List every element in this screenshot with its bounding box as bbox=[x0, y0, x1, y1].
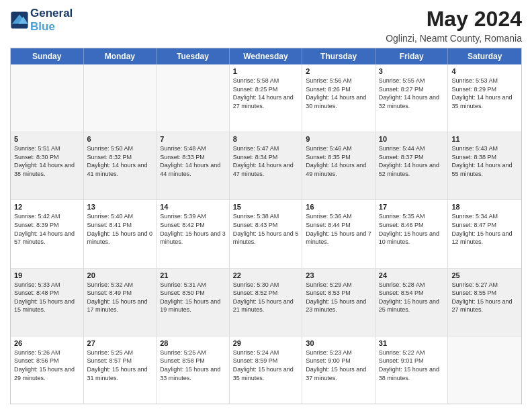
day-number: 24 bbox=[379, 271, 445, 279]
day-info: Sunrise: 5:22 AM Sunset: 9:01 PM Dayligh… bbox=[379, 349, 445, 382]
logo-icon bbox=[10, 11, 29, 30]
day-info: Sunrise: 5:39 AM Sunset: 8:42 PM Dayligh… bbox=[160, 212, 226, 246]
calendar-header: SundayMondayTuesdayWednesdayThursdayFrid… bbox=[11, 48, 521, 64]
day-number: 11 bbox=[451, 135, 518, 143]
weekday-header-thursday: Thursday bbox=[302, 48, 375, 64]
calendar-day-22: 22Sunrise: 5:30 AM Sunset: 8:52 PM Dayli… bbox=[230, 269, 303, 336]
calendar-row: 19Sunrise: 5:33 AM Sunset: 8:48 PM Dayli… bbox=[11, 269, 521, 336]
calendar-empty-cell bbox=[84, 64, 157, 132]
calendar-empty-cell bbox=[157, 64, 230, 132]
calendar-day-4: 4Sunrise: 5:53 AM Sunset: 8:29 PM Daylig… bbox=[448, 64, 521, 132]
day-info: Sunrise: 5:32 AM Sunset: 8:49 PM Dayligh… bbox=[87, 281, 153, 314]
calendar-day-15: 15Sunrise: 5:38 AM Sunset: 8:43 PM Dayli… bbox=[230, 200, 303, 267]
day-info: Sunrise: 5:51 AM Sunset: 8:30 PM Dayligh… bbox=[14, 144, 80, 178]
day-number: 27 bbox=[87, 339, 153, 347]
day-info: Sunrise: 5:26 AM Sunset: 8:56 PM Dayligh… bbox=[14, 349, 80, 382]
day-number: 23 bbox=[306, 271, 371, 279]
calendar-day-13: 13Sunrise: 5:40 AM Sunset: 8:41 PM Dayli… bbox=[84, 200, 157, 267]
day-info: Sunrise: 5:58 AM Sunset: 8:25 PM Dayligh… bbox=[233, 77, 299, 110]
page: General Blue May 2024 Oglinzi, Neamt Cou… bbox=[0, 0, 532, 411]
day-info: Sunrise: 5:33 AM Sunset: 8:48 PM Dayligh… bbox=[14, 281, 80, 314]
day-info: Sunrise: 5:40 AM Sunset: 8:41 PM Dayligh… bbox=[87, 212, 153, 246]
weekday-header-wednesday: Wednesday bbox=[230, 48, 303, 64]
day-number: 22 bbox=[233, 271, 299, 279]
day-number: 21 bbox=[160, 271, 226, 279]
calendar-day-5: 5Sunrise: 5:51 AM Sunset: 8:30 PM Daylig… bbox=[11, 132, 84, 199]
day-number: 3 bbox=[379, 67, 445, 75]
weekday-header-monday: Monday bbox=[84, 48, 157, 64]
day-number: 15 bbox=[233, 203, 299, 211]
main-title: May 2024 bbox=[386, 7, 522, 32]
logo-text: General Blue bbox=[30, 7, 73, 34]
calendar-day-24: 24Sunrise: 5:28 AM Sunset: 8:54 PM Dayli… bbox=[375, 269, 449, 336]
day-info: Sunrise: 5:28 AM Sunset: 8:54 PM Dayligh… bbox=[379, 281, 445, 314]
day-number: 25 bbox=[451, 271, 518, 279]
calendar-empty-cell bbox=[448, 336, 521, 404]
day-number: 28 bbox=[160, 339, 226, 347]
day-info: Sunrise: 5:25 AM Sunset: 8:57 PM Dayligh… bbox=[87, 349, 153, 382]
calendar-day-25: 25Sunrise: 5:27 AM Sunset: 8:55 PM Dayli… bbox=[448, 269, 521, 336]
weekday-header-friday: Friday bbox=[375, 48, 449, 64]
day-info: Sunrise: 5:47 AM Sunset: 8:34 PM Dayligh… bbox=[233, 144, 299, 178]
day-number: 30 bbox=[306, 339, 371, 347]
day-info: Sunrise: 5:36 AM Sunset: 8:44 PM Dayligh… bbox=[306, 212, 371, 246]
calendar-day-28: 28Sunrise: 5:25 AM Sunset: 8:58 PM Dayli… bbox=[157, 336, 230, 404]
weekday-header-saturday: Saturday bbox=[448, 48, 521, 64]
subtitle: Oglinzi, Neamt County, Romania bbox=[386, 33, 522, 44]
calendar-day-26: 26Sunrise: 5:26 AM Sunset: 8:56 PM Dayli… bbox=[11, 336, 84, 404]
day-info: Sunrise: 5:25 AM Sunset: 8:58 PM Dayligh… bbox=[160, 349, 226, 382]
calendar-day-9: 9Sunrise: 5:46 AM Sunset: 8:35 PM Daylig… bbox=[302, 132, 375, 199]
day-info: Sunrise: 5:29 AM Sunset: 8:53 PM Dayligh… bbox=[306, 281, 371, 314]
day-number: 29 bbox=[233, 339, 299, 347]
day-info: Sunrise: 5:55 AM Sunset: 8:27 PM Dayligh… bbox=[379, 77, 445, 110]
day-info: Sunrise: 5:53 AM Sunset: 8:29 PM Dayligh… bbox=[451, 77, 518, 110]
day-number: 18 bbox=[451, 203, 518, 211]
calendar-day-1: 1Sunrise: 5:58 AM Sunset: 8:25 PM Daylig… bbox=[230, 64, 303, 132]
calendar-day-20: 20Sunrise: 5:32 AM Sunset: 8:49 PM Dayli… bbox=[84, 269, 157, 336]
day-info: Sunrise: 5:24 AM Sunset: 8:59 PM Dayligh… bbox=[233, 349, 299, 382]
day-info: Sunrise: 5:44 AM Sunset: 8:37 PM Dayligh… bbox=[379, 144, 445, 178]
calendar-row: 5Sunrise: 5:51 AM Sunset: 8:30 PM Daylig… bbox=[11, 132, 521, 200]
logo: General Blue bbox=[10, 7, 73, 34]
day-number: 12 bbox=[14, 203, 80, 211]
day-info: Sunrise: 5:56 AM Sunset: 8:26 PM Dayligh… bbox=[306, 77, 371, 110]
day-info: Sunrise: 5:27 AM Sunset: 8:55 PM Dayligh… bbox=[451, 281, 518, 314]
calendar-day-27: 27Sunrise: 5:25 AM Sunset: 8:57 PM Dayli… bbox=[84, 336, 157, 404]
calendar-row: 12Sunrise: 5:42 AM Sunset: 8:39 PM Dayli… bbox=[11, 200, 521, 268]
calendar-day-8: 8Sunrise: 5:47 AM Sunset: 8:34 PM Daylig… bbox=[230, 132, 303, 199]
day-number: 20 bbox=[87, 271, 153, 279]
calendar-day-12: 12Sunrise: 5:42 AM Sunset: 8:39 PM Dayli… bbox=[11, 200, 84, 267]
day-number: 4 bbox=[451, 67, 518, 75]
day-info: Sunrise: 5:38 AM Sunset: 8:43 PM Dayligh… bbox=[233, 212, 299, 246]
day-number: 7 bbox=[160, 135, 226, 143]
calendar-day-14: 14Sunrise: 5:39 AM Sunset: 8:42 PM Dayli… bbox=[157, 200, 230, 267]
day-number: 17 bbox=[379, 203, 445, 211]
calendar-day-31: 31Sunrise: 5:22 AM Sunset: 9:01 PM Dayli… bbox=[375, 336, 449, 404]
day-info: Sunrise: 5:31 AM Sunset: 8:50 PM Dayligh… bbox=[160, 281, 226, 314]
title-area: May 2024 Oglinzi, Neamt County, Romania bbox=[386, 7, 522, 44]
calendar-empty-cell bbox=[11, 64, 84, 132]
calendar-day-23: 23Sunrise: 5:29 AM Sunset: 8:53 PM Dayli… bbox=[302, 269, 375, 336]
day-number: 13 bbox=[87, 203, 153, 211]
calendar-day-10: 10Sunrise: 5:44 AM Sunset: 8:37 PM Dayli… bbox=[375, 132, 449, 199]
calendar-day-7: 7Sunrise: 5:48 AM Sunset: 8:33 PM Daylig… bbox=[157, 132, 230, 199]
weekday-header-sunday: Sunday bbox=[11, 48, 84, 64]
calendar: SundayMondayTuesdayWednesdayThursdayFrid… bbox=[10, 48, 522, 404]
day-number: 2 bbox=[306, 67, 371, 75]
calendar-day-11: 11Sunrise: 5:43 AM Sunset: 8:38 PM Dayli… bbox=[448, 132, 521, 199]
day-number: 6 bbox=[87, 135, 153, 143]
day-number: 31 bbox=[379, 339, 445, 347]
day-info: Sunrise: 5:46 AM Sunset: 8:35 PM Dayligh… bbox=[306, 144, 371, 178]
day-info: Sunrise: 5:50 AM Sunset: 8:32 PM Dayligh… bbox=[87, 144, 153, 178]
day-info: Sunrise: 5:30 AM Sunset: 8:52 PM Dayligh… bbox=[233, 281, 299, 314]
day-number: 16 bbox=[306, 203, 371, 211]
calendar-row: 1Sunrise: 5:58 AM Sunset: 8:25 PM Daylig… bbox=[11, 64, 521, 132]
day-number: 9 bbox=[306, 135, 371, 143]
calendar-day-19: 19Sunrise: 5:33 AM Sunset: 8:48 PM Dayli… bbox=[11, 269, 84, 336]
calendar-day-17: 17Sunrise: 5:35 AM Sunset: 8:46 PM Dayli… bbox=[375, 200, 449, 267]
day-number: 8 bbox=[233, 135, 299, 143]
calendar-day-16: 16Sunrise: 5:36 AM Sunset: 8:44 PM Dayli… bbox=[302, 200, 375, 267]
calendar-day-6: 6Sunrise: 5:50 AM Sunset: 8:32 PM Daylig… bbox=[84, 132, 157, 199]
day-info: Sunrise: 5:35 AM Sunset: 8:46 PM Dayligh… bbox=[379, 212, 445, 246]
weekday-header-tuesday: Tuesday bbox=[157, 48, 230, 64]
